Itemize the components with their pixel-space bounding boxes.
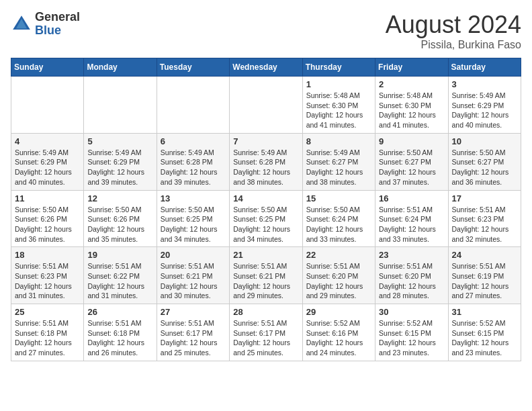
day-info: Sunrise: 5:50 AM Sunset: 6:25 PM Dayligh…: [233, 205, 298, 244]
day-info: Sunrise: 5:51 AM Sunset: 6:20 PM Dayligh…: [379, 261, 444, 301]
day-info: Sunrise: 5:51 AM Sunset: 6:19 PM Dayligh…: [452, 261, 517, 301]
logo-general-text: General: [35, 11, 80, 24]
day-number: 23: [379, 250, 444, 260]
calendar-cell: 5Sunrise: 5:49 AM Sunset: 6:29 PM Daylig…: [84, 133, 157, 190]
day-info: Sunrise: 5:52 AM Sunset: 6:15 PM Dayligh…: [452, 318, 517, 358]
day-info: Sunrise: 5:48 AM Sunset: 6:30 PM Dayligh…: [379, 91, 444, 130]
calendar-cell: 7Sunrise: 5:49 AM Sunset: 6:28 PM Daylig…: [230, 133, 302, 190]
day-number: 24: [452, 250, 517, 260]
day-info: Sunrise: 5:49 AM Sunset: 6:28 PM Dayligh…: [161, 148, 226, 187]
location: Pissila, Burkina Faso: [386, 39, 521, 51]
day-header-tuesday: Tuesday: [157, 58, 229, 77]
calendar-cell: 26Sunrise: 5:51 AM Sunset: 6:18 PM Dayli…: [84, 304, 157, 361]
day-info: Sunrise: 5:50 AM Sunset: 6:24 PM Dayligh…: [306, 205, 371, 244]
title-area: August 2024 Pissila, Burkina Faso: [386, 11, 521, 51]
day-number: 13: [161, 193, 226, 203]
calendar-cell: [84, 77, 157, 134]
day-number: 15: [306, 193, 371, 203]
calendar-cell: 22Sunrise: 5:51 AM Sunset: 6:20 PM Dayli…: [302, 247, 375, 304]
day-info: Sunrise: 5:51 AM Sunset: 6:22 PM Dayligh…: [87, 261, 152, 301]
day-number: 25: [15, 307, 80, 317]
day-number: 4: [15, 136, 80, 146]
day-number: 17: [452, 193, 517, 203]
day-info: Sunrise: 5:48 AM Sunset: 6:30 PM Dayligh…: [306, 91, 371, 130]
day-info: Sunrise: 5:51 AM Sunset: 6:18 PM Dayligh…: [87, 318, 152, 358]
day-number: 20: [161, 250, 226, 260]
day-number: 9: [379, 136, 444, 146]
day-info: Sunrise: 5:52 AM Sunset: 6:15 PM Dayligh…: [379, 318, 444, 358]
day-number: 21: [233, 250, 298, 260]
day-number: 16: [379, 193, 444, 203]
day-info: Sunrise: 5:51 AM Sunset: 6:17 PM Dayligh…: [161, 318, 226, 358]
day-info: Sunrise: 5:51 AM Sunset: 6:18 PM Dayligh…: [15, 318, 80, 358]
day-info: Sunrise: 5:50 AM Sunset: 6:27 PM Dayligh…: [379, 148, 444, 187]
calendar-cell: [230, 77, 302, 134]
calendar: SundayMondayTuesdayWednesdayThursdayFrid…: [11, 58, 521, 361]
day-info: Sunrise: 5:49 AM Sunset: 6:27 PM Dayligh…: [306, 148, 371, 187]
day-number: 14: [233, 193, 298, 203]
header: General Blue August 2024 Pissila, Burkin…: [11, 11, 521, 51]
calendar-cell: 23Sunrise: 5:51 AM Sunset: 6:20 PM Dayli…: [375, 247, 448, 304]
month-year: August 2024: [386, 11, 521, 39]
day-info: Sunrise: 5:51 AM Sunset: 6:21 PM Dayligh…: [161, 261, 226, 301]
calendar-cell: 2Sunrise: 5:48 AM Sunset: 6:30 PM Daylig…: [375, 77, 448, 134]
day-info: Sunrise: 5:49 AM Sunset: 6:29 PM Dayligh…: [87, 148, 152, 187]
day-number: 26: [87, 307, 152, 317]
calendar-cell: 6Sunrise: 5:49 AM Sunset: 6:28 PM Daylig…: [157, 133, 229, 190]
calendar-cell: 11Sunrise: 5:50 AM Sunset: 6:26 PM Dayli…: [11, 190, 84, 247]
calendar-cell: 21Sunrise: 5:51 AM Sunset: 6:21 PM Dayli…: [230, 247, 302, 304]
logo-text: General Blue: [35, 11, 80, 38]
day-header-friday: Friday: [375, 58, 448, 77]
day-number: 27: [161, 307, 226, 317]
calendar-cell: 14Sunrise: 5:50 AM Sunset: 6:25 PM Dayli…: [230, 190, 302, 247]
day-info: Sunrise: 5:50 AM Sunset: 6:27 PM Dayligh…: [452, 148, 517, 187]
day-number: 30: [379, 307, 444, 317]
day-info: Sunrise: 5:49 AM Sunset: 6:28 PM Dayligh…: [233, 148, 298, 187]
calendar-cell: [11, 77, 84, 134]
day-info: Sunrise: 5:49 AM Sunset: 6:29 PM Dayligh…: [15, 148, 80, 187]
day-info: Sunrise: 5:50 AM Sunset: 6:25 PM Dayligh…: [161, 205, 226, 244]
day-number: 1: [306, 79, 371, 89]
day-header-thursday: Thursday: [302, 58, 375, 77]
day-number: 5: [87, 136, 152, 146]
day-info: Sunrise: 5:50 AM Sunset: 6:26 PM Dayligh…: [15, 205, 80, 244]
calendar-cell: 3Sunrise: 5:49 AM Sunset: 6:29 PM Daylig…: [448, 77, 521, 134]
day-number: 12: [87, 193, 152, 203]
calendar-cell: 29Sunrise: 5:52 AM Sunset: 6:16 PM Dayli…: [302, 304, 375, 361]
calendar-cell: 19Sunrise: 5:51 AM Sunset: 6:22 PM Dayli…: [84, 247, 157, 304]
calendar-row-2: 11Sunrise: 5:50 AM Sunset: 6:26 PM Dayli…: [11, 190, 521, 247]
calendar-cell: 15Sunrise: 5:50 AM Sunset: 6:24 PM Dayli…: [302, 190, 375, 247]
day-header-monday: Monday: [84, 58, 157, 77]
logo-icon: [11, 13, 32, 35]
calendar-cell: 4Sunrise: 5:49 AM Sunset: 6:29 PM Daylig…: [11, 133, 84, 190]
day-header-saturday: Saturday: [448, 58, 521, 77]
calendar-cell: 1Sunrise: 5:48 AM Sunset: 6:30 PM Daylig…: [302, 77, 375, 134]
day-number: 10: [452, 136, 517, 146]
logo: General Blue: [11, 11, 80, 38]
calendar-cell: 13Sunrise: 5:50 AM Sunset: 6:25 PM Dayli…: [157, 190, 229, 247]
day-info: Sunrise: 5:51 AM Sunset: 6:23 PM Dayligh…: [452, 205, 517, 244]
day-header-wednesday: Wednesday: [230, 58, 302, 77]
day-number: 28: [233, 307, 298, 317]
day-info: Sunrise: 5:51 AM Sunset: 6:21 PM Dayligh…: [233, 261, 298, 301]
calendar-cell: 17Sunrise: 5:51 AM Sunset: 6:23 PM Dayli…: [448, 190, 521, 247]
calendar-row-4: 25Sunrise: 5:51 AM Sunset: 6:18 PM Dayli…: [11, 304, 521, 361]
day-number: 29: [306, 307, 371, 317]
calendar-cell: 30Sunrise: 5:52 AM Sunset: 6:15 PM Dayli…: [375, 304, 448, 361]
day-number: 31: [452, 307, 517, 317]
day-info: Sunrise: 5:51 AM Sunset: 6:20 PM Dayligh…: [306, 261, 371, 301]
day-info: Sunrise: 5:51 AM Sunset: 6:24 PM Dayligh…: [379, 205, 444, 244]
calendar-cell: [157, 77, 229, 134]
calendar-cell: 10Sunrise: 5:50 AM Sunset: 6:27 PM Dayli…: [448, 133, 521, 190]
calendar-cell: 27Sunrise: 5:51 AM Sunset: 6:17 PM Dayli…: [157, 304, 229, 361]
day-number: 3: [452, 79, 517, 89]
day-info: Sunrise: 5:50 AM Sunset: 6:26 PM Dayligh…: [87, 205, 152, 244]
day-info: Sunrise: 5:51 AM Sunset: 6:17 PM Dayligh…: [233, 318, 298, 358]
calendar-row-3: 18Sunrise: 5:51 AM Sunset: 6:23 PM Dayli…: [11, 247, 521, 304]
day-number: 11: [15, 193, 80, 203]
day-number: 6: [161, 136, 226, 146]
calendar-cell: 24Sunrise: 5:51 AM Sunset: 6:19 PM Dayli…: [448, 247, 521, 304]
day-number: 7: [233, 136, 298, 146]
calendar-row-1: 4Sunrise: 5:49 AM Sunset: 6:29 PM Daylig…: [11, 133, 521, 190]
day-number: 8: [306, 136, 371, 146]
